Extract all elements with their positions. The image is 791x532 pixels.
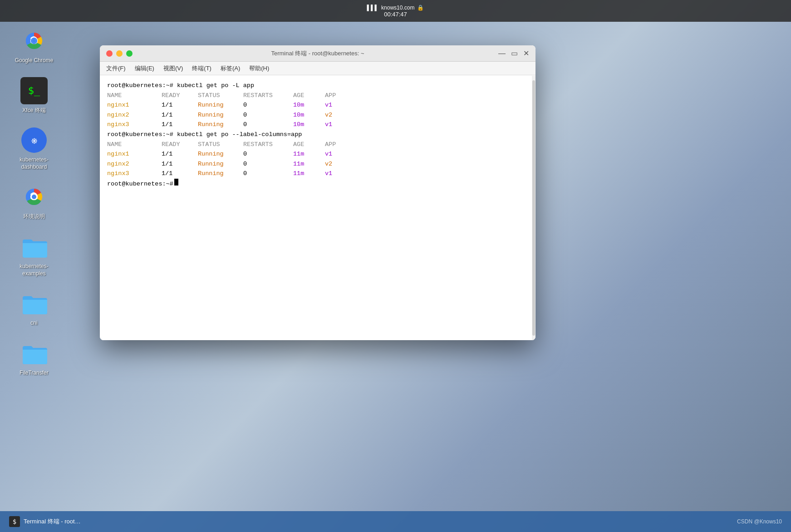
- pod-restarts-1-3: 0: [243, 120, 293, 130]
- taskbar-terminal-icon: $: [9, 516, 20, 527]
- pod-status-2-3: Running: [198, 169, 243, 179]
- terminal-line-2: root@kubernetes:~# kubectl get po --labe…: [107, 130, 528, 140]
- pod-ready-2-2: 1/1: [162, 159, 198, 169]
- desktop-icon-cni[interactable]: cni: [14, 290, 54, 327]
- pod-name-2-2: nginx2: [107, 159, 162, 169]
- pod-age-1-1: 10m: [293, 100, 325, 110]
- prompt-1: root@kubernetes:~# kubectl get po -L app: [107, 81, 254, 91]
- col-name-2: NAME: [107, 140, 162, 150]
- menubar-center: ▌▌▌ knows10.com 🔒 00:47:47: [367, 5, 424, 18]
- menu-terminal[interactable]: 终端(T): [192, 64, 211, 73]
- taskbar-terminal-item[interactable]: $ Terminal 终端 - root…: [5, 514, 85, 529]
- cni-folder-icon: [20, 290, 48, 317]
- terminal-cursor: [174, 179, 178, 185]
- menu-view[interactable]: 视图(V): [163, 64, 183, 73]
- col-age-2: AGE: [293, 140, 325, 150]
- minimize-button[interactable]: [116, 50, 123, 57]
- window-controls: [106, 50, 133, 57]
- pod-row-2-2: nginx2 1/1 Running 0 11m v2: [107, 159, 528, 169]
- pod-status-1-3: Running: [198, 120, 243, 130]
- pod-age-1-2: 10m: [293, 110, 325, 120]
- col-restarts-1: RESTARTS: [243, 91, 293, 101]
- pod-ready-1-3: 1/1: [162, 120, 198, 130]
- menubar-url: ▌▌▌ knows10.com 🔒: [367, 5, 424, 11]
- svg-point-10: [32, 195, 36, 199]
- taskbar-terminal-label: Terminal 终端 - root…: [24, 517, 81, 526]
- terminal-content[interactable]: root@kubernetes:~# kubectl get po -L app…: [100, 75, 536, 340]
- restore-action[interactable]: ▭: [511, 49, 518, 58]
- pod-row-1-1: nginx1 1/1 Running 0 10m v1: [107, 100, 528, 110]
- pod-name-2-1: nginx1: [107, 149, 162, 159]
- pod-ready-1-1: 1/1: [162, 100, 198, 110]
- pod-app-2-3: v1: [325, 169, 332, 179]
- col-status-2: STATUS: [198, 140, 243, 150]
- menu-tabs[interactable]: 标签(A): [221, 64, 240, 73]
- pod-name-1-1: nginx1: [107, 100, 162, 110]
- pod-restarts-2-2: 0: [243, 159, 293, 169]
- terminal-label: Xfce 终端: [22, 107, 45, 114]
- desktop-icons: Google Chrome $_ Xfce 终端 ⎈ kubernetes-da…: [14, 27, 54, 376]
- pod-restarts-2-1: 0: [243, 149, 293, 159]
- close-action[interactable]: ✕: [523, 49, 529, 58]
- pod-ready-2-1: 1/1: [162, 149, 198, 159]
- terminal-line-1: root@kubernetes:~# kubectl get po -L app: [107, 81, 528, 91]
- terminal-icon: $_: [20, 77, 48, 104]
- svg-text:⎈: ⎈: [31, 135, 38, 146]
- filetransfer-label: FileTransfer: [20, 370, 49, 377]
- lock-icon: 🔒: [417, 5, 424, 11]
- pod-app-2-1: v1: [325, 149, 332, 159]
- desktop-icon-k8s-examples[interactable]: kubernetes-examples: [14, 233, 54, 277]
- menu-file[interactable]: 文件(F): [106, 64, 126, 73]
- minimize-action[interactable]: —: [498, 49, 506, 58]
- menubar-time: 00:47:47: [384, 11, 407, 18]
- svg-point-5: [32, 39, 36, 43]
- pod-name-2-3: nginx3: [107, 169, 162, 179]
- terminal-menu: 文件(F) 编辑(E) 视图(V) 终端(T) 标签(A) 帮助(H): [100, 62, 536, 75]
- pod-row-1-3: nginx3 1/1 Running 0 10m v1: [107, 120, 528, 130]
- maximize-button[interactable]: [126, 50, 133, 57]
- col-app-1: APP: [325, 91, 336, 101]
- terminal-cursor-line: root@kubernetes:~#: [107, 179, 528, 189]
- chrome-icon: [20, 27, 48, 54]
- pod-restarts-2-3: 0: [243, 169, 293, 179]
- menu-edit[interactable]: 编辑(E): [135, 64, 154, 73]
- desktop-icon-k8s[interactable]: ⎈ kubernetes-dashboard: [14, 127, 54, 171]
- pod-age-2-2: 11m: [293, 159, 325, 169]
- terminal-titlebar: Terminal 终端 - root@kubernetes: ~ — ▭ ✕: [100, 45, 536, 62]
- k8s-examples-label: kubernetes-examples: [14, 263, 54, 277]
- close-button[interactable]: [106, 50, 113, 57]
- desktop-icon-chrome[interactable]: Google Chrome: [14, 27, 54, 64]
- k8s-label: kubernetes-dashboard: [14, 156, 54, 171]
- pod-age-2-1: 11m: [293, 149, 325, 159]
- env-label: 环境说明: [23, 213, 45, 220]
- terminal-window: Terminal 终端 - root@kubernetes: ~ — ▭ ✕ 文…: [100, 45, 536, 340]
- pod-app-1-1: v1: [325, 100, 332, 110]
- filetransfer-folder-icon: [20, 340, 48, 367]
- pod-name-1-2: nginx2: [107, 110, 162, 120]
- final-prompt: root@kubernetes:~#: [107, 179, 173, 189]
- col-ready-2: READY: [162, 140, 198, 150]
- menu-help[interactable]: 帮助(H): [249, 64, 269, 73]
- cni-label: cni: [30, 320, 37, 327]
- desktop-icon-terminal[interactable]: $_ Xfce 终端: [14, 77, 54, 114]
- terminal-header-1: NAME READY STATUS RESTARTS AGE APP: [107, 91, 528, 101]
- desktop-icon-filetransfer[interactable]: FileTransfer: [14, 340, 54, 377]
- prompt-2: root@kubernetes:~# kubectl get po --labe…: [107, 130, 302, 140]
- env-icon: [20, 183, 48, 210]
- col-status-1: STATUS: [198, 91, 243, 101]
- desktop-icon-env[interactable]: 环境说明: [14, 183, 54, 220]
- col-app-2: APP: [325, 140, 336, 150]
- pod-restarts-1-1: 0: [243, 100, 293, 110]
- chrome-label: Google Chrome: [15, 57, 54, 64]
- pod-ready-1-2: 1/1: [162, 110, 198, 120]
- pod-status-2-2: Running: [198, 159, 243, 169]
- terminal-scrollbar[interactable]: [532, 76, 536, 340]
- pod-row-1-2: nginx2 1/1 Running 0 10m v2: [107, 110, 528, 120]
- taskbar: $ Terminal 终端 - root… CSDN @Knows10: [0, 511, 791, 532]
- pod-status-1-2: Running: [198, 110, 243, 120]
- pod-status-2-1: Running: [198, 149, 243, 159]
- terminal-title: Terminal 终端 - root@kubernetes: ~: [271, 49, 364, 58]
- taskbar-watermark: CSDN @Knows10: [737, 518, 782, 525]
- desktop: ▌▌▌ knows10.com 🔒 00:47:47: [0, 0, 791, 532]
- scrollbar-thumb: [532, 80, 535, 336]
